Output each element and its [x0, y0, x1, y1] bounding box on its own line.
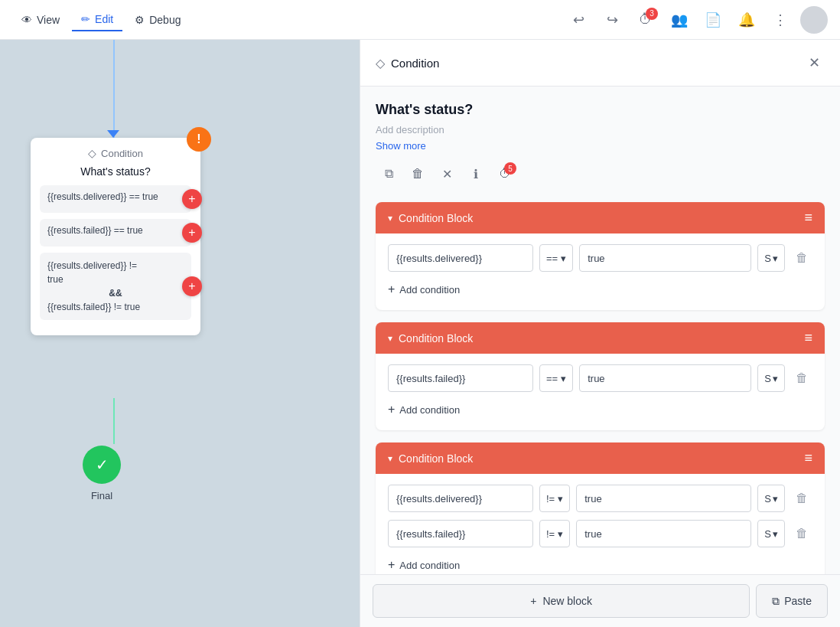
plus-icon-3: + [388, 558, 395, 572]
bell-button[interactable]: 🔔 [733, 6, 760, 34]
chevron-down-icon-3: ▾ [388, 453, 392, 464]
menu-icon-3[interactable]: ≡ [804, 450, 812, 466]
plus-icon-1: + [388, 282, 395, 296]
view-label: View [37, 14, 60, 26]
condition-block-1-header[interactable]: ▾ Condition Block ≡ [376, 202, 825, 233]
condition-left-3-0[interactable] [388, 485, 533, 512]
final-node[interactable]: ✓ Final [83, 446, 121, 501]
condition-left-3-1[interactable] [388, 520, 533, 547]
condition-block-2: ▾ Condition Block ≡ == ▾ S ▾ [376, 322, 825, 430]
topbar-right: ↩ ↪ ⏱ 3 👥 📄 🔔 ⋮ [565, 6, 828, 34]
condition-op-3-1[interactable]: != ▾ [539, 520, 570, 547]
delete-condition-1-0[interactable]: 🗑 [791, 247, 812, 269]
condition-block-2-header[interactable]: ▾ Condition Block ≡ [376, 322, 825, 354]
add-condition-1[interactable]: + Add condition [388, 279, 812, 299]
condition-diamond-icon: ◇ [88, 147, 96, 159]
x-icon: ✕ [442, 167, 452, 181]
panel-close-button[interactable]: ✕ [803, 52, 825, 73]
add-row-1-button[interactable]: + [182, 189, 202, 209]
menu-icon-1[interactable]: ≡ [804, 210, 812, 226]
canvas-row-3-line1: {{results.delivered}} != [47, 259, 184, 273]
timer-toolbar-button[interactable]: ⏱ 5 [492, 161, 518, 187]
condition-block-1-title: Condition Block [399, 212, 804, 224]
toolbar-row: ⧉ 🗑 ✕ ℹ ⏱ 5 [376, 161, 825, 187]
trash-icon: 🗑 [412, 167, 424, 181]
users-button[interactable]: 👥 [666, 6, 693, 34]
final-circle: ✓ [83, 446, 121, 484]
condition-op-3-0[interactable]: != ▾ [539, 485, 570, 512]
edit-icon: ✏ [81, 13, 90, 25]
timer-badge: 3 [646, 8, 658, 20]
condition-left-1-0[interactable] [388, 244, 533, 272]
redo-button[interactable]: ↪ [598, 6, 626, 34]
delete-toolbar-button[interactable]: 🗑 [405, 161, 431, 187]
more-button[interactable]: ⋮ [767, 6, 794, 34]
condition-s-btn-1-0[interactable]: S ▾ [757, 244, 785, 272]
eye-icon: 👁 [21, 14, 32, 26]
new-block-button[interactable]: + New block [373, 584, 750, 618]
delete-condition-2-0[interactable]: 🗑 [791, 367, 812, 389]
panel-bottom: + New block ⧉ Paste [360, 574, 840, 627]
condition-block-1: ▾ Condition Block ≡ == ▾ S ▾ [376, 202, 825, 310]
connector-top [113, 40, 115, 138]
paste-copy-icon: ⧉ [772, 595, 780, 608]
condition-block-2-title: Condition Block [399, 332, 804, 345]
condition-block-2-body: == ▾ S ▾ 🗑 + Add condition [376, 354, 825, 430]
doc-button[interactable]: 📄 [699, 6, 727, 34]
condition-row-panel-1-0: == ▾ S ▾ 🗑 [388, 244, 812, 272]
condition-left-2-0[interactable] [388, 364, 533, 392]
condition-s-btn-3-1[interactable]: S ▾ [757, 520, 785, 547]
undo-button[interactable]: ↩ [565, 6, 592, 34]
panel-description[interactable]: Add description [376, 124, 825, 136]
panel-header: ◇ Condition ✕ [360, 40, 840, 87]
condition-block-1-body: == ▾ S ▾ 🗑 + Add condition [376, 233, 825, 310]
view-button[interactable]: 👁 View [12, 9, 69, 31]
condition-node[interactable]: ◇ Condition What's status? {{results.del… [31, 138, 200, 335]
condition-s-btn-3-0[interactable]: S ▾ [757, 485, 785, 512]
flow-container: ◇ Condition What's status? {{results.del… [0, 40, 360, 627]
panel-header-title: Condition [391, 57, 803, 70]
condition-op-1-0[interactable]: == ▾ [539, 244, 573, 272]
add-row-2-button[interactable]: + [182, 223, 202, 243]
debug-button[interactable]: ⚙ Debug [125, 9, 190, 31]
delete-condition-3-1[interactable]: 🗑 [791, 523, 812, 544]
avatar[interactable] [800, 6, 828, 34]
main-layout: ◇ Condition What's status? {{results.del… [0, 40, 840, 627]
right-panel: ◇ Condition ✕ What's status? Add descrip… [360, 40, 840, 627]
edit-button[interactable]: ✏ Edit [72, 8, 122, 31]
condition-block-3-header[interactable]: ▾ Condition Block ≡ [376, 442, 825, 474]
close-icon: ✕ [809, 54, 820, 71]
chevron-down-icon-2: ▾ [388, 333, 392, 344]
condition-value-3-1[interactable] [576, 520, 751, 547]
condition-value-1-0[interactable] [579, 244, 751, 272]
node-header: ◇ Condition [40, 147, 191, 159]
add-condition-2[interactable]: + Add condition [388, 400, 812, 420]
condition-op-2-0[interactable]: == ▾ [539, 364, 573, 392]
condition-value-3-0[interactable] [576, 485, 751, 512]
more-icon: ⋮ [773, 11, 787, 28]
add-condition-3[interactable]: + Add condition [388, 555, 812, 574]
condition-value-2-0[interactable] [579, 364, 751, 392]
canvas-row-1: {{results.delivered}} == true + [40, 185, 191, 213]
undo-icon: ↩ [573, 11, 584, 28]
condition-s-btn-2-0[interactable]: S ▾ [757, 364, 785, 392]
info-icon: ℹ [474, 167, 478, 181]
paste-button[interactable]: ⧉ Paste [756, 584, 828, 618]
timer-button[interactable]: ⏱ 3 [632, 6, 659, 34]
condition-row-panel-2-0: == ▾ S ▾ 🗑 [388, 364, 812, 392]
debug-label: Debug [149, 14, 181, 26]
menu-icon-2[interactable]: ≡ [804, 330, 812, 346]
condition-block-3-body: != ▾ S ▾ 🗑 != [376, 474, 825, 574]
close-toolbar-button[interactable]: ✕ [434, 161, 460, 187]
show-more-link[interactable]: Show more [376, 140, 426, 152]
canvas-row-3-line3: {{results.failed}} != true [47, 300, 184, 314]
paste-label: Paste [784, 595, 812, 607]
delete-condition-3-0[interactable]: 🗑 [791, 488, 812, 509]
bell-icon: 🔔 [738, 11, 755, 28]
copy-toolbar-button[interactable]: ⧉ [376, 161, 402, 187]
info-toolbar-button[interactable]: ℹ [463, 161, 489, 187]
add-row-3-button[interactable]: + [182, 276, 202, 296]
node-subtitle: What's status? [40, 165, 191, 178]
timer-toolbar-badge: 5 [504, 162, 516, 175]
condition-row-panel-3-1: != ▾ S ▾ 🗑 [388, 520, 812, 547]
